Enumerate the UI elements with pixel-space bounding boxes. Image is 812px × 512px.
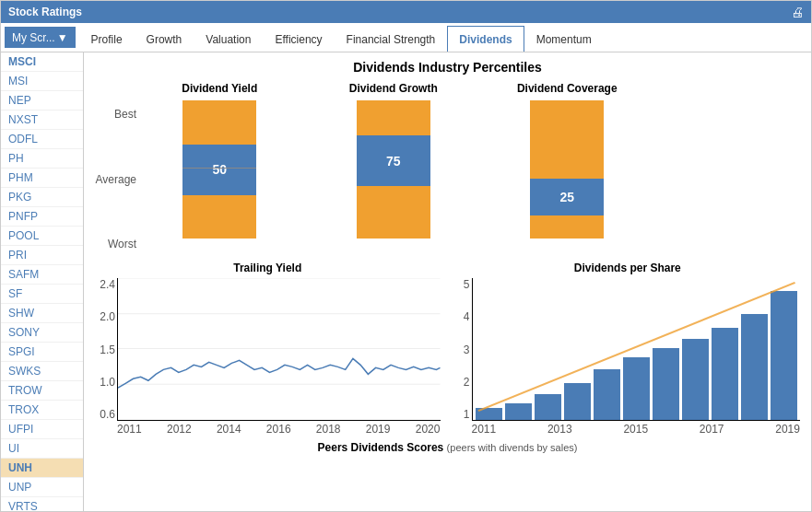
my-screens-dropdown[interactable]: My Scr... ▼ <box>5 27 76 48</box>
tab-profile[interactable]: Profile <box>79 27 135 52</box>
title-bar-title: Stock Ratings <box>8 6 82 18</box>
bar-2018 <box>682 339 709 420</box>
dividends-per-share-chart: Dividends per Share 5 4 3 2 1 <box>455 262 801 436</box>
content-area: Dividends Industry Percentiles Best Aver… <box>84 52 811 511</box>
sidebar-item-trox[interactable]: TROX <box>1 401 83 420</box>
sidebar-item-trow[interactable]: TROW <box>1 381 83 401</box>
bottom-section: Trailing Yield 2.4 2.0 1.5 1.0 0.6 <box>95 262 800 436</box>
sidebar-item-vrts[interactable]: VRTS <box>1 497 83 511</box>
sidebar-item-sf[interactable]: SF <box>1 285 83 304</box>
chart3-title: Dividend Coverage <box>517 82 618 95</box>
main-layout: MSCIMSINEPNXSTODFLPHPHMPKGPNFPPOOLPRISAF… <box>1 52 811 511</box>
tab-bar: My Scr... ▼ Profile Growth Valuation Eff… <box>1 23 811 52</box>
trailing-yield-chart: Trailing Yield 2.4 2.0 1.5 1.0 0.6 <box>95 262 441 436</box>
print-icon[interactable]: 🖨 <box>791 5 804 19</box>
chart1-title: Dividend Yield <box>182 82 257 95</box>
chart3-value: 25 <box>530 179 604 215</box>
sidebar-item-pool[interactable]: POOL <box>1 227 83 246</box>
tab-financial-strength[interactable]: Financial Strength <box>335 27 448 52</box>
bar-2019 <box>712 328 738 420</box>
sidebar-item-sony[interactable]: SONY <box>1 323 83 343</box>
sidebar-item-spgi[interactable]: SPGI <box>1 343 83 362</box>
bar-2016 <box>623 357 650 420</box>
sidebar-item-phm[interactable]: PHM <box>1 169 83 188</box>
bar-2013 <box>535 394 561 420</box>
chart2-title: Dividend Growth <box>349 82 438 95</box>
sidebar-item-ui[interactable]: UI <box>1 439 83 459</box>
sidebar-item-swks[interactable]: SWKS <box>1 362 83 381</box>
y-label-average: Average <box>95 173 136 186</box>
sidebar-item-msi[interactable]: MSI <box>1 72 83 91</box>
sidebar-item-odfl[interactable]: ODFL <box>1 130 83 149</box>
sidebar-item-nxst[interactable]: NXST <box>1 111 83 130</box>
y-label-worst: Worst <box>95 238 136 250</box>
tab-dividends[interactable]: Dividends <box>447 26 524 52</box>
bar-2011 <box>476 408 502 420</box>
y-label-best: Best <box>95 108 136 121</box>
peers-label: Peers Dividends Scores <box>318 441 444 454</box>
bar-2015 <box>594 369 620 420</box>
title-bar: Stock Ratings 🖨 <box>1 1 811 23</box>
sidebar-item-shw[interactable]: SHW <box>1 304 83 323</box>
sidebar-item-msci[interactable]: MSCI <box>1 52 83 72</box>
bar-2020 <box>741 314 768 420</box>
sidebar-item-unh[interactable]: UNH <box>1 459 83 478</box>
bar-2012 <box>505 403 532 420</box>
tab-growth[interactable]: Growth <box>135 27 194 52</box>
sidebar-item-pri[interactable]: PRI <box>1 246 83 265</box>
app-window: Stock Ratings 🖨 My Scr... ▼ Profile Grow… <box>0 0 812 512</box>
bar-2014 <box>564 383 591 420</box>
sidebar-item-safm[interactable]: SAFM <box>1 265 83 285</box>
trailing-yield-title: Trailing Yield <box>95 262 441 274</box>
sidebar-item-pkg[interactable]: PKG <box>1 188 83 207</box>
chart2-value: 75 <box>357 135 430 186</box>
bar-2017 <box>653 348 679 420</box>
bar-2021 <box>771 291 797 420</box>
sidebar-item-nep[interactable]: NEP <box>1 91 83 111</box>
tab-momentum[interactable]: Momentum <box>524 27 604 52</box>
sidebar-item-ph[interactable]: PH <box>1 149 83 169</box>
sidebar-item-unp[interactable]: UNP <box>1 478 83 497</box>
tab-valuation[interactable]: Valuation <box>194 27 263 52</box>
chart1-value: 50 <box>182 145 256 195</box>
section-title: Dividends Industry Percentiles <box>95 60 800 75</box>
sidebar-item-pnfp[interactable]: PNFP <box>1 207 83 227</box>
dividends-per-share-title: Dividends per Share <box>455 262 801 274</box>
tab-efficiency[interactable]: Efficiency <box>263 27 334 52</box>
sidebar-item-ufpi[interactable]: UFPI <box>1 420 83 439</box>
sidebar: MSCIMSINEPNXSTODFLPHPHMPKGPNFPPOOLPRISAF… <box>1 52 84 511</box>
peers-sub: (peers with divends by sales) <box>447 442 578 453</box>
